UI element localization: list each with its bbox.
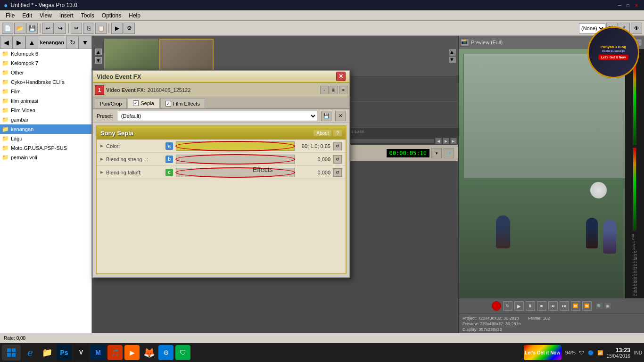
taskbar-winamp[interactable]: ▶ (124, 345, 140, 360)
scroll-left[interactable]: ◀ (435, 138, 442, 144)
fx-grid-icon[interactable]: ⊞ (330, 86, 338, 94)
menu-edit[interactable]: Edit (18, 11, 36, 20)
preview-snap[interactable]: 📸 (461, 38, 469, 47)
param-color-reset[interactable]: ↺ (333, 142, 342, 150)
render2-button[interactable]: ⚙ (124, 23, 135, 34)
prev-back[interactable]: ⏮ (548, 301, 558, 311)
folder-gambar[interactable]: 📁 gambar (0, 115, 91, 124)
maximize-button[interactable]: □ (624, 1, 632, 9)
render-button[interactable]: ▶ (111, 23, 123, 34)
taskbar-photoshop[interactable]: Ps (57, 345, 72, 360)
snap-button[interactable]: 🔗 (444, 148, 454, 158)
time-format[interactable]: ▾ (431, 148, 442, 158)
folder-filmvideo[interactable]: 📁 Film Video (0, 106, 91, 115)
redo-button[interactable]: ↪ (55, 23, 66, 34)
scroll-end[interactable]: ▶| (450, 138, 457, 144)
logo-banner[interactable]: Let's Get it Now (524, 345, 561, 360)
folder-kelompok6[interactable]: 📁 Kelompok 6 (0, 49, 91, 58)
nav-refresh[interactable]: ↻ (66, 36, 79, 49)
taskbar-settings[interactable]: ⚙ (158, 345, 173, 360)
folder-kenangan[interactable]: 📁 kenangan (0, 124, 91, 134)
dialog-close-button[interactable]: ✕ (336, 72, 346, 81)
taskbar-network[interactable]: 📶 (597, 350, 603, 355)
menu-help[interactable]: Help (125, 11, 144, 20)
taskbar-firefox[interactable]: 🦊 (141, 345, 157, 360)
prev-pause[interactable]: ⏸ (526, 301, 535, 311)
fx-minus-icon[interactable]: - (320, 86, 329, 94)
preset-dropdown[interactable]: (Default) (117, 111, 317, 121)
param-color-slider[interactable] (176, 141, 295, 151)
fx-list-icon[interactable]: ≡ (339, 86, 347, 94)
prev-zoom-out[interactable]: 🔍 (595, 302, 603, 310)
param-blend-slider-wrap[interactable] (176, 155, 295, 164)
taskbar-app5[interactable]: 🎵 (107, 345, 123, 360)
menu-insert[interactable]: Insert (56, 11, 77, 20)
folder-lagu[interactable]: 📁 Lagu (0, 134, 91, 143)
taskbar-ie[interactable]: ℯ (23, 345, 38, 360)
nav-forward[interactable]: ▶ (13, 36, 25, 49)
strip-scroll-up[interactable]: ▲ (449, 49, 456, 56)
param-blend-slider[interactable] (176, 155, 295, 164)
taskbar-virusscan[interactable]: 🛡 (175, 345, 190, 360)
copy-button[interactable]: ⎘ (83, 23, 94, 34)
param-color-slider-wrap[interactable] (176, 141, 295, 151)
preset-save[interactable]: 💾 (321, 111, 331, 121)
tab-sepia[interactable]: ✓ Sepia (128, 98, 159, 108)
tab-pancrop[interactable]: Pan/Crop (95, 98, 127, 108)
menu-view[interactable]: View (36, 11, 56, 20)
minimize-button[interactable]: ─ (616, 1, 623, 9)
folder-cyko[interactable]: 📁 Cyko+Handbrake CLI s (0, 77, 91, 87)
prev-fwd[interactable]: ⏭ (560, 301, 569, 311)
strip-down[interactable]: ▼ (95, 57, 102, 64)
prev-play[interactable]: ▶ (514, 301, 524, 311)
param-falloff-expand[interactable]: ▶ (100, 170, 103, 174)
param-color-expand[interactable]: ▶ (100, 144, 103, 148)
strip-up[interactable]: ▲ (95, 49, 102, 55)
scroll-right[interactable]: ▶ (443, 138, 449, 144)
prev-loop[interactable]: ↻ (503, 301, 512, 311)
menu-options[interactable]: Options (98, 11, 125, 20)
param-blend-reset[interactable]: ↺ (333, 155, 342, 164)
prev-stop[interactable]: ■ (537, 301, 546, 311)
param-falloff-slider-wrap[interactable] (176, 168, 295, 177)
preset-delete[interactable]: ✕ (335, 111, 346, 121)
cut-button[interactable]: ✂ (71, 23, 82, 34)
param-blend-expand[interactable]: ▶ (100, 157, 103, 161)
close-button[interactable]: ✕ (633, 1, 640, 9)
nav-up[interactable]: ▲ (25, 36, 38, 49)
open-button[interactable]: 📂 (14, 23, 25, 34)
prev-fb[interactable]: ⏪ (582, 301, 592, 311)
taskbar-explorer[interactable]: 📁 (40, 345, 55, 360)
taskbar-vegas[interactable]: V (74, 345, 89, 360)
taskbar-antivirus[interactable]: 🛡 (579, 350, 584, 355)
nav-back[interactable]: ◀ (0, 36, 13, 49)
folder-filmanimasi[interactable]: 📁 film animasi (0, 96, 91, 106)
save-button[interactable]: 💾 (26, 23, 38, 34)
sepia-check[interactable]: ✓ (133, 100, 139, 106)
param-falloff-slider[interactable] (176, 168, 295, 177)
taskbar-bluetooth[interactable]: 🔵 (588, 350, 594, 355)
prev-ff[interactable]: ⏩ (571, 301, 580, 311)
taskbar-battery[interactable]: 94% (565, 350, 576, 355)
menu-tools[interactable]: Tools (77, 11, 98, 20)
start-button[interactable] (2, 345, 21, 361)
sony-about[interactable]: About (314, 130, 331, 136)
prev-crop[interactable]: ⊞ (604, 302, 611, 310)
folder-pemainvoli[interactable]: 📁 pemain voli (0, 153, 91, 162)
param-falloff-reset[interactable]: ↺ (333, 168, 342, 177)
taskbar-magix[interactable]: M (91, 345, 106, 360)
filmfx-check[interactable]: ✓ (165, 101, 171, 107)
folder-other[interactable]: 📁 Other (0, 68, 91, 77)
taskbar-clock[interactable]: 13:23 15/04/2016 (607, 347, 630, 359)
nav-options[interactable]: ▼ (79, 36, 91, 49)
folder-kelompok7[interactable]: 📁 Kelompok 7 (0, 58, 91, 68)
tab-filmeffects[interactable]: ✓ Film Effects (160, 98, 205, 108)
new-button[interactable]: 📄 (2, 23, 13, 34)
folder-film[interactable]: 📁 Film (0, 87, 91, 96)
paste-button[interactable]: 📋 (95, 23, 107, 34)
strip-scroll-down[interactable]: ▼ (449, 57, 456, 63)
sony-help[interactable]: ? (333, 130, 342, 136)
folder-motogp[interactable]: 📁 Moto.GP.USA.PSP-SUS (0, 143, 91, 153)
undo-button[interactable]: ↩ (42, 23, 54, 34)
prev-rec-btn[interactable] (492, 301, 501, 311)
